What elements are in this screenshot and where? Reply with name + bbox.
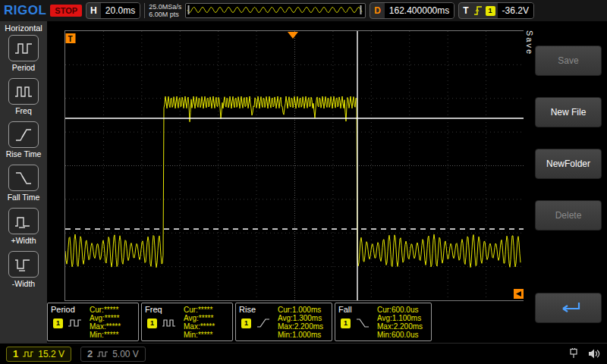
- period-icon: [8, 35, 39, 61]
- back-button[interactable]: [535, 293, 602, 323]
- measure-value: 1.100ms: [392, 314, 421, 322]
- measurement-period[interactable]: Period 1 Cur:***** Avg:***** Max:***** M…: [47, 303, 139, 341]
- graticule-svg: T: [64, 30, 525, 301]
- usb-icon: [566, 348, 581, 359]
- measure-label: Avg:: [377, 314, 392, 322]
- measure-value: 600.0us: [392, 306, 419, 314]
- trigger-source-badge: 1: [486, 6, 495, 16]
- sidebar-item-label: Period: [12, 63, 35, 72]
- svg-text:T: T: [68, 35, 73, 43]
- measure-label: Min:: [90, 331, 104, 339]
- oscilloscope-screen: RIGOL STOP H 20.0ms 25.0MSa/s 6.00M pts …: [0, 0, 607, 364]
- delay-label: D: [370, 5, 385, 16]
- run-state-badge: STOP: [50, 5, 82, 17]
- measure-label: Avg:: [90, 314, 105, 322]
- memory-depth: 6.00M pts: [149, 11, 181, 18]
- preview-waveform-icon: [186, 4, 363, 16]
- waveform-display: T: [64, 30, 524, 300]
- sidebar-item-label: -Width: [12, 279, 35, 288]
- measure-value: 2.200ms: [394, 322, 423, 331]
- sidebar-item-label: Fall Time: [8, 193, 40, 202]
- channel-waveform-icon: [22, 350, 34, 358]
- measure-value: *****: [200, 322, 215, 331]
- measure-value: *****: [104, 306, 118, 314]
- save-button[interactable]: Save: [535, 46, 602, 76]
- timebase-value: 20.0ms: [101, 3, 140, 18]
- measurement-rise[interactable]: Rise 1 Cur:1.000ms Avg:1.300ms Max:2.200…: [235, 303, 332, 341]
- delay-box[interactable]: D 162.400000ms: [370, 2, 454, 19]
- sidebar-item-fall-time[interactable]: Fall Time: [0, 165, 47, 202]
- channel-scale: 5.00 V: [112, 349, 139, 359]
- sidebar-item-freq[interactable]: Freq: [0, 78, 47, 115]
- sidebar-item-plus-width[interactable]: +Width: [0, 208, 47, 245]
- measurement-name: Fall: [338, 305, 375, 314]
- measure-value: 1.300ms: [293, 314, 322, 322]
- freq-icon: [162, 318, 177, 328]
- status-bar: 1 15.2 V 2 5.00 V: [0, 343, 607, 364]
- measure-value: *****: [105, 314, 119, 322]
- speaker-icon: [588, 348, 601, 359]
- measure-value: 2.200ms: [294, 322, 323, 331]
- soft-menu-panel: Save Save New File NewFolder Delete: [524, 21, 607, 343]
- measurement-name: Rise: [239, 305, 275, 314]
- channel-1-indicator[interactable]: 1 15.2 V: [6, 347, 71, 362]
- fall-time-icon: [8, 165, 39, 191]
- horizontal-timebase-box[interactable]: H 20.0ms: [86, 2, 140, 19]
- measurement-freq[interactable]: Freq 1 Cur:***** Avg:***** Max:***** Min…: [141, 303, 233, 341]
- measure-category-title: Horizontal: [5, 24, 42, 33]
- measure-label: Min:: [184, 331, 198, 339]
- measure-label: Max:: [377, 322, 394, 331]
- minus-width-icon: [8, 251, 39, 278]
- measure-label: Cur:: [377, 306, 392, 314]
- status-icons: [566, 348, 601, 359]
- measure-value: *****: [198, 306, 212, 314]
- sidebar-item-label: Freq: [15, 106, 32, 115]
- measure-value: *****: [199, 314, 213, 322]
- measure-value: *****: [106, 322, 121, 331]
- top-bar: RIGOL STOP H 20.0ms 25.0MSa/s 6.00M pts …: [0, 0, 607, 21]
- measure-label: Cur:: [184, 306, 198, 314]
- channel-badge: 1: [147, 318, 157, 328]
- channel-number: 1: [13, 348, 18, 359]
- measure-label: Max:: [90, 322, 106, 331]
- measure-label: Min:: [377, 331, 392, 339]
- horizontal-label: H: [86, 5, 101, 16]
- delete-button[interactable]: Delete: [535, 200, 602, 231]
- channel-badge: 1: [241, 318, 251, 328]
- measure-label: Avg:: [184, 314, 199, 322]
- new-folder-button[interactable]: NewFolder: [535, 149, 602, 179]
- measure-label: Max:: [278, 322, 294, 331]
- measure-value: 600.0us: [392, 331, 419, 339]
- measure-label: Cur:: [90, 306, 104, 314]
- channel-2-indicator[interactable]: 2 5.00 V: [80, 347, 146, 362]
- measurement-bar: Period 1 Cur:***** Avg:***** Max:***** M…: [47, 303, 432, 341]
- measure-value: *****: [104, 331, 118, 339]
- measure-value: 1.000ms: [292, 306, 321, 314]
- new-file-button[interactable]: New File: [535, 97, 602, 127]
- menu-tab-title: Save: [525, 30, 534, 55]
- return-arrow-icon: [553, 300, 583, 316]
- rise-time-icon: [8, 121, 39, 148]
- sample-rate: 25.0MSa/s: [149, 3, 181, 11]
- acquisition-info: 25.0MSa/s 6.00M pts: [144, 3, 181, 18]
- freq-icon: [8, 78, 39, 105]
- sidebar-item-rise-time[interactable]: Rise Time: [0, 121, 47, 158]
- sidebar-item-label: +Width: [11, 236, 36, 245]
- rise-icon: [256, 318, 271, 328]
- fall-icon: [355, 318, 370, 328]
- memory-waveform-preview[interactable]: [185, 3, 366, 18]
- measurement-name: Freq: [145, 305, 181, 314]
- trigger-slope-icon: [473, 5, 483, 16]
- measurement-fall[interactable]: Fall 1 Cur:600.0us Avg:1.100ms Max:2.200…: [335, 303, 432, 341]
- measure-label: Cur:: [278, 306, 292, 314]
- sidebar-item-period[interactable]: Period: [0, 35, 47, 72]
- measure-label: Avg:: [278, 314, 293, 322]
- sidebar-item-minus-width[interactable]: -Width: [0, 251, 47, 288]
- measure-value: 1.000ms: [292, 331, 321, 339]
- channel-badge: 1: [53, 318, 63, 328]
- period-icon: [68, 318, 83, 328]
- channel-waveform-icon: [96, 350, 109, 358]
- channel-scale: 15.2 V: [38, 349, 64, 359]
- trigger-label: T: [459, 5, 472, 16]
- trigger-box[interactable]: T 1 -36.2V: [458, 2, 534, 19]
